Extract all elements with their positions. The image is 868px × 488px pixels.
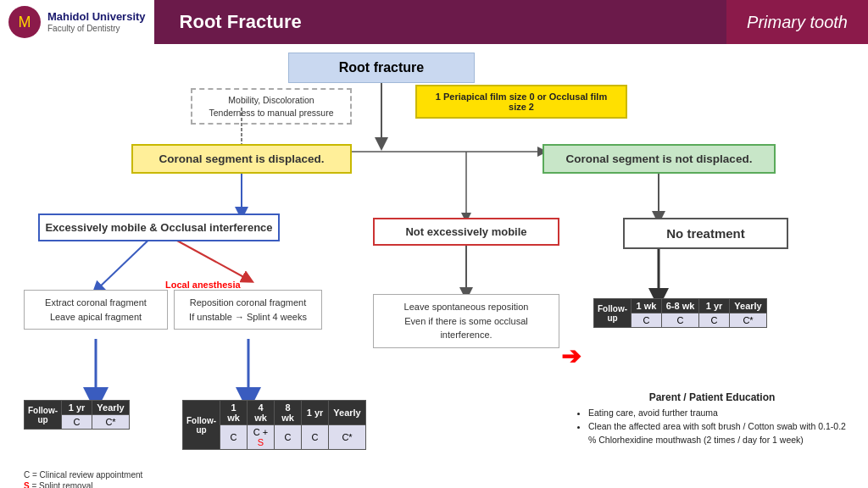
table1-header-followup: Follow-up <box>25 401 62 430</box>
pe-bullet-2: Clean the affected area with soft brush … <box>588 420 848 447</box>
pe-bullet-1: Eating care, avoid further trauma <box>588 407 848 420</box>
table1-cell-cstar: C* <box>92 415 130 430</box>
yellow-film-box: 1 Periapical film size 0 or Occlusal fil… <box>415 85 627 119</box>
table-2: Follow-up 1 wk 4 wk 8 wk 1 yr Yearly C C… <box>182 400 366 450</box>
table3-cell-c1: C <box>632 313 662 328</box>
local-anesthesia-label: Local anesthesia <box>165 280 241 290</box>
table3-header-yearly: Yearly <box>730 299 767 313</box>
root-fracture-box: Root fracture <box>288 53 475 83</box>
table3-cell-c3: C <box>699 313 730 328</box>
followup-table-1: Follow-up 1 yr Yearly C C* <box>24 400 130 430</box>
table3-header-6-8wk: 6-8 wk <box>662 299 699 313</box>
table-1: Follow-up 1 yr Yearly C C* <box>24 400 130 430</box>
university-name: Mahidol University <box>47 10 146 24</box>
header-subtitle-area: Primary tooth <box>726 0 868 44</box>
patient-education-section: Parent / Patient Education Eating care, … <box>576 391 848 446</box>
table-3: Follow-up 1 wk 6-8 wk 1 yr Yearly C C C … <box>593 298 767 328</box>
faculty-name: Faculty of Dentistry <box>47 24 146 34</box>
page-subtitle: Primary tooth <box>747 13 848 32</box>
leave-spontaneous-box: Leave spontaneous repositionEven if ther… <box>373 294 559 348</box>
table2-header-1wk: 1 wk <box>220 401 248 425</box>
logo-area: M Mahidol University Faculty of Dentistr… <box>0 0 154 44</box>
header-title-area: Root Fracture <box>154 0 726 44</box>
legend-s: S = Splint removal <box>24 481 256 488</box>
extract-text: Extract coronal fragmentLeave apical fra… <box>45 297 147 322</box>
table3-header-followup: Follow-up <box>594 299 632 328</box>
reposition-fragment-box: Reposition coronal fragmentIf unstable →… <box>174 290 322 330</box>
followup-table-3: Follow-up 1 wk 6-8 wk 1 yr Yearly C C C … <box>593 298 767 328</box>
followup-table-2: Follow-up 1 wk 4 wk 8 wk 1 yr Yearly C C… <box>182 400 366 450</box>
main-content: Root fracture Mobility, DiscolorationTen… <box>0 44 868 488</box>
reposition-text: Reposition coronal fragmentIf unstable →… <box>189 297 307 322</box>
excessively-mobile-box: Excessively mobile & Occlusal interferen… <box>38 214 280 241</box>
patient-education-title: Parent / Patient Education <box>576 391 848 403</box>
table3-header-1yr: 1 yr <box>699 299 730 313</box>
table2-header-1yr: 1 yr <box>302 401 329 425</box>
coronal-not-displaced-box: Coronal segment is not displaced. <box>542 144 776 174</box>
table2-cell-cstar: C* <box>329 425 366 450</box>
table3-cell-cstar: C* <box>730 313 767 328</box>
page-title: Root Fracture <box>180 11 302 33</box>
table2-cell-c1: C <box>220 425 248 450</box>
red-arrow-icon: ➔ <box>561 342 581 370</box>
table3-cell-c2: C <box>662 313 699 328</box>
table1-header-1yr: 1 yr <box>62 401 92 415</box>
table1-cell-c: C <box>62 415 92 430</box>
dashed-text: Mobility, DiscolorationTenderness to man… <box>209 95 333 118</box>
table2-cell-c2: C <box>275 425 302 450</box>
table3-header-1wk: 1 wk <box>632 299 662 313</box>
legend-c: C = Clinical review appointment <box>24 470 256 480</box>
dashed-info-box: Mobility, DiscolorationTenderness to man… <box>191 88 352 125</box>
table2-header-8wk: 8 wk <box>275 401 302 425</box>
university-logo: M <box>8 6 41 38</box>
header: M Mahidol University Faculty of Dentistr… <box>0 0 868 44</box>
no-treatment-box: No treatment <box>623 218 788 249</box>
table2-header-4wk: 4 wk <box>248 401 275 425</box>
coronal-displaced-box: Coronal segment is displaced. <box>131 144 352 174</box>
table2-cell-cs: C + S <box>248 425 275 450</box>
extract-fragment-box: Extract coronal fragmentLeave apical fra… <box>24 290 168 330</box>
university-text: Mahidol University Faculty of Dentistry <box>47 10 146 34</box>
table2-header-yearly: Yearly <box>329 401 366 425</box>
legend-section: C = Clinical review appointment S = Spli… <box>24 470 256 488</box>
patient-education-list: Eating care, avoid further trauma Clean … <box>576 407 848 446</box>
leave-text: Leave spontaneous repositionEven if ther… <box>404 302 529 340</box>
table1-header-yearly: Yearly <box>92 401 130 415</box>
table2-header-followup: Follow-up <box>183 401 220 450</box>
not-excessively-mobile-box: Not excessively mobile <box>373 218 559 246</box>
table2-cell-c3: C <box>302 425 329 450</box>
